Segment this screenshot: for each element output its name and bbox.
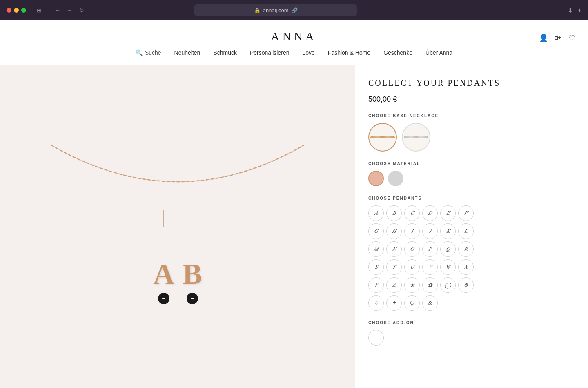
pendant-btn-cross[interactable]: ✝ <box>386 295 402 311</box>
cart-button[interactable]: 🛍 <box>555 33 562 42</box>
nav-uber-anna[interactable]: Über Anna <box>425 49 452 56</box>
pendant-btn-q[interactable]: 𝑄 <box>440 241 456 257</box>
pendant-btn-r[interactable]: 𝑅 <box>458 241 474 257</box>
necklace-preview: A − B − <box>35 125 321 329</box>
base-necklace-options <box>368 123 575 152</box>
material-label: CHOOSE MATERIAL <box>368 161 575 166</box>
back-button[interactable]: ← <box>52 5 63 15</box>
header: ANNA 👤 🛍 ♡ 🔍 Suche Neuheiten Schmuck Per… <box>0 20 588 65</box>
nav-geschenke[interactable]: Geschenke <box>383 49 412 56</box>
pendant-btn-cedilla[interactable]: Ç <box>404 295 420 311</box>
pendants-display: A − B − <box>153 259 202 304</box>
pendant-btn-u[interactable]: 𝑈 <box>404 259 420 275</box>
remove-pendant-b-button[interactable]: − <box>187 293 198 304</box>
pendant-btn-m[interactable]: 𝑀 <box>368 241 384 257</box>
pendant-letter-a: A <box>153 259 174 289</box>
nav-fashion-home[interactable]: Fashion & Home <box>328 49 370 56</box>
pendant-btn-heart[interactable]: ♡ <box>368 295 384 311</box>
forward-button[interactable]: → <box>65 5 75 15</box>
pendant-item-a: A − <box>153 259 174 304</box>
account-button[interactable]: 👤 <box>539 33 548 42</box>
pendant-btn-y[interactable]: 𝑌 <box>368 277 384 293</box>
pendant-btn-f[interactable]: 𝐹 <box>458 205 474 221</box>
minimize-dot[interactable] <box>14 8 19 13</box>
site-logo[interactable]: ANNA <box>271 30 317 43</box>
pendant-btn-n[interactable]: 𝑁 <box>386 241 402 257</box>
header-icons: 👤 🛍 ♡ <box>539 33 575 42</box>
pendant-btn-o[interactable]: 𝑂 <box>404 241 420 257</box>
new-tab-button[interactable]: + <box>578 7 581 14</box>
pendant-item-b: B − <box>183 259 202 304</box>
base-necklace-label: CHOOSE BASE NECKLACE <box>368 114 575 118</box>
add-on-option-1[interactable] <box>368 330 384 346</box>
nav-search[interactable]: 🔍 Suche <box>136 49 161 56</box>
necklace-chain-silver <box>404 136 428 138</box>
main-content: A − B − COLLECT YOUR PENDANTS 500,00 € C… <box>0 65 588 388</box>
search-label: Suche <box>145 49 161 56</box>
refresh-button[interactable]: ↻ <box>77 5 87 15</box>
pendant-btn-b[interactable]: 𝐵 <box>386 205 402 221</box>
browser-right-icons: ⬇ + <box>568 7 581 14</box>
wishlist-button[interactable]: ♡ <box>568 33 575 42</box>
browser-nav-buttons: ← → ↻ <box>52 5 87 15</box>
pendant-btn-z[interactable]: 𝑍 <box>386 277 402 293</box>
product-price: 500,00 € <box>368 95 575 104</box>
pendant-btn-j[interactable]: 𝐽 <box>422 223 438 239</box>
product-details: COLLECT YOUR PENDANTS 500,00 € CHOOSE BA… <box>355 65 588 388</box>
material-options <box>368 171 575 186</box>
main-nav: 🔍 Suche Neuheiten Schmuck Personalisiere… <box>136 49 452 56</box>
pendant-btn-s[interactable]: 𝑆 <box>368 259 384 275</box>
sidebar-toggle-button[interactable]: ⊞ <box>34 5 44 15</box>
product-image-section: A − B − <box>0 65 355 388</box>
pendant-btn-h[interactable]: 𝐻 <box>386 223 402 239</box>
close-dot[interactable] <box>7 8 11 13</box>
material-rose-gold[interactable] <box>368 171 384 186</box>
pendant-btn-p[interactable]: 𝑃 <box>422 241 438 257</box>
pendant-btn-flower[interactable]: ✿ <box>422 277 438 293</box>
pendant-btn-t[interactable]: 𝑇 <box>386 259 402 275</box>
necklace-option-rose[interactable] <box>368 123 397 152</box>
nav-schmuck[interactable]: Schmuck <box>213 49 237 56</box>
remove-pendant-a-button[interactable]: − <box>158 293 169 304</box>
pendants-label: CHOOSE PENDANTS <box>368 196 575 201</box>
downloads-button[interactable]: ⬇ <box>568 7 573 14</box>
lock-icon: 🔒 <box>254 7 261 13</box>
browser-traffic-lights <box>7 8 26 13</box>
url-text: annaij.com <box>263 7 289 13</box>
fullscreen-dot[interactable] <box>21 8 26 13</box>
pendant-letter-b: B <box>183 259 202 289</box>
pendant-btn-a[interactable]: 𝐴 <box>368 205 384 221</box>
pendant-btn-ampersand[interactable]: & <box>422 295 438 311</box>
nav-personalisieren[interactable]: Personalisieren <box>250 49 290 56</box>
pendant-btn-k[interactable]: 𝐾 <box>440 223 456 239</box>
pendant-btn-x[interactable]: 𝑋 <box>458 259 474 275</box>
pendant-btn-star[interactable]: ★ <box>404 277 420 293</box>
pendant-btn-w[interactable]: 𝑊 <box>440 259 456 275</box>
material-silver[interactable] <box>388 171 403 186</box>
necklace-chain-rose <box>370 136 395 138</box>
page: ANNA 👤 🛍 ♡ 🔍 Suche Neuheiten Schmuck Per… <box>0 20 588 388</box>
browser-chrome: ⊞ ← → ↻ 🔒 annaij.com 🔗 ⬇ + <box>0 0 588 20</box>
pendant-btn-circle[interactable]: ◯ <box>440 277 456 293</box>
pendant-btn-e[interactable]: 𝐸 <box>440 205 456 221</box>
share-icon: 🔗 <box>291 7 298 13</box>
nav-neuheiten[interactable]: Neuheiten <box>174 49 200 56</box>
pendants-grid: 𝐴 𝐵 𝐶 𝐷 𝐸 𝐹 𝐺 𝐻 𝐼 𝐽 𝐾 𝐿 𝑀 𝑁 𝑂 𝑃 𝑄 <box>368 205 575 311</box>
necklace-chain-svg <box>39 137 316 243</box>
pendant-btn-i[interactable]: 𝐼 <box>404 223 420 239</box>
pendant-btn-l[interactable]: 𝐿 <box>458 223 474 239</box>
search-icon: 🔍 <box>136 49 143 56</box>
necklace-option-silver[interactable] <box>402 123 430 152</box>
pendant-btn-v[interactable]: 𝑉 <box>422 259 438 275</box>
add-on-options <box>368 330 575 346</box>
pendant-btn-d[interactable]: 𝐷 <box>422 205 438 221</box>
nav-love[interactable]: Love <box>302 49 314 56</box>
product-title: COLLECT YOUR PENDANTS <box>368 78 575 88</box>
pendant-btn-snowflake[interactable]: ❄ <box>458 277 474 293</box>
pendant-btn-c[interactable]: 𝐶 <box>404 205 420 221</box>
add-on-label: CHOOSE ADD-ON <box>368 321 575 325</box>
pendant-btn-g[interactable]: 𝐺 <box>368 223 384 239</box>
address-bar[interactable]: 🔒 annaij.com 🔗 <box>194 4 357 16</box>
